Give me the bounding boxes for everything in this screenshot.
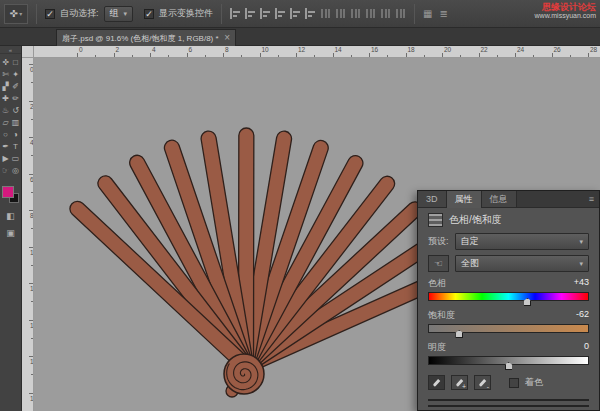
quick-selection-tool[interactable]: ✦ xyxy=(11,68,21,80)
tab-properties[interactable]: 属性 xyxy=(447,191,482,208)
pen-tool[interactable]: ✒ xyxy=(1,140,11,152)
document-tab[interactable]: 扇子.psd @ 91.6% (色相/饱和度 1, RGB/8) * × xyxy=(56,29,236,46)
vertical-ruler[interactable]: 024681012141618 xyxy=(22,58,34,411)
lasso-tool[interactable]: ✄ xyxy=(1,68,11,80)
properties-panel-body: 色相/饱和度 预设: 自定 ▾ ☜ 全图 ▾ 色相 xyxy=(418,208,599,410)
watermark-text: 思缘设计论坛 xyxy=(535,2,596,12)
align-vertical-centers-icon[interactable] xyxy=(245,8,256,19)
properties-panel: 3D 属性 信息 ≡ 色相/饱和度 预设: 自定 ▾ ☜ xyxy=(417,190,600,411)
crop-tool[interactable]: ▞ xyxy=(1,80,11,92)
saturation-value: -62 xyxy=(576,309,589,322)
ruler-tick: 10 xyxy=(29,247,33,248)
hue-spectrum-before xyxy=(428,399,589,401)
fan-blade xyxy=(239,153,365,370)
close-icon[interactable]: × xyxy=(224,33,230,43)
add-to-sample-eyedropper-icon[interactable] xyxy=(451,375,468,390)
align-horizontal-centers-icon[interactable] xyxy=(290,8,301,19)
history-brush-tool[interactable]: ↺ xyxy=(11,104,21,116)
move-tool[interactable]: ✜ xyxy=(1,56,11,68)
saturation-slider[interactable] xyxy=(428,324,589,333)
tool-preset-picker[interactable]: ✜ ▾ xyxy=(4,4,28,24)
gradient-tool[interactable]: ▥ xyxy=(11,116,21,128)
targeted-adjustment-button[interactable]: ☜ xyxy=(428,255,449,272)
saturation-slider-thumb[interactable] xyxy=(455,330,463,338)
tab-3d[interactable]: 3D xyxy=(418,191,447,207)
ruler-tick xyxy=(132,55,133,57)
distribute-right-edges-icon[interactable] xyxy=(395,8,406,19)
subtract-from-sample-eyedropper-icon[interactable] xyxy=(474,375,491,390)
hue-label: 色相 xyxy=(428,277,446,290)
preset-select[interactable]: 自定 ▾ xyxy=(455,233,589,250)
lightness-slider-thumb[interactable] xyxy=(505,362,513,370)
brush-tool[interactable]: ✏ xyxy=(11,92,21,104)
hue-slider-thumb[interactable] xyxy=(523,298,531,306)
tab-info[interactable]: 信息 xyxy=(482,191,517,207)
ruler-tick xyxy=(31,338,33,339)
shape-tool[interactable]: ▭ xyxy=(11,152,21,164)
distribute-horizontal-centers-icon[interactable] xyxy=(380,8,391,19)
dodge-tool[interactable]: ◑ xyxy=(11,128,21,140)
ruler-tick xyxy=(497,55,498,57)
auto-select-mode-dropdown[interactable]: 组 ▾ xyxy=(104,6,134,22)
tools-collapse-icon[interactable]: « xyxy=(0,46,21,54)
ruler-tick xyxy=(387,55,388,57)
fan-blade xyxy=(95,173,252,371)
ruler-tick: 16 xyxy=(369,53,370,57)
ruler-tick xyxy=(31,228,33,229)
workspace-options-icon[interactable]: ≣ xyxy=(439,8,447,19)
rectangular-marquee-tool[interactable]: □ xyxy=(11,56,21,68)
hue-spectrum-after xyxy=(428,405,589,407)
auto-align-layers-icon[interactable]: ▦ xyxy=(423,8,432,19)
quick-mask-icon[interactable]: ◧ xyxy=(6,211,15,221)
distribute-vertical-centers-icon[interactable] xyxy=(335,8,346,19)
align-top-edges-icon[interactable] xyxy=(230,8,241,19)
fan-blade xyxy=(239,128,254,366)
eyedropper-icon[interactable] xyxy=(428,375,445,390)
ruler-tick: 0 xyxy=(77,53,78,57)
distribute-top-edges-icon[interactable] xyxy=(320,8,331,19)
lightness-slider-block: 明度 0 xyxy=(428,341,589,373)
clone-stamp-tool[interactable]: ♨ xyxy=(1,104,11,116)
eyedropper-tool[interactable]: ✐ xyxy=(11,80,21,92)
screen-mode-icon[interactable]: ▣ xyxy=(6,228,15,238)
show-transform-checkbox[interactable] xyxy=(144,9,154,19)
type-tool[interactable]: T xyxy=(11,140,21,152)
align-left-edges-icon[interactable] xyxy=(275,8,286,19)
move-tool-icon: ✜ xyxy=(10,8,18,19)
hue-slider[interactable] xyxy=(428,292,589,301)
channel-select[interactable]: 全图 ▾ xyxy=(455,255,589,272)
horizontal-ruler[interactable]: 0246810121416182022242628 xyxy=(34,46,600,58)
zoom-tool[interactable]: ◎ xyxy=(11,164,21,176)
hand-tool[interactable]: ☞ xyxy=(1,164,11,176)
ruler-tick xyxy=(95,55,96,57)
ruler-tick xyxy=(31,119,33,120)
distribute-left-edges-icon[interactable] xyxy=(365,8,376,19)
chevron-down-icon: ▾ xyxy=(579,238,583,246)
ruler-origin-corner[interactable] xyxy=(22,46,34,58)
blur-tool[interactable]: ○ xyxy=(1,128,11,140)
path-selection-tool[interactable]: ▶ xyxy=(1,152,11,164)
ruler-tick xyxy=(168,55,169,57)
panel-menu-icon[interactable]: ≡ xyxy=(589,191,599,207)
hue-value: +43 xyxy=(574,277,589,290)
distribute-bottom-edges-icon[interactable] xyxy=(350,8,361,19)
show-transform-label: 显示变换控件 xyxy=(159,7,213,20)
lightness-slider[interactable] xyxy=(428,356,589,365)
align-right-edges-icon[interactable] xyxy=(305,8,316,19)
photoshop-window: ✜ ▾ 自动选择: 组 ▾ 显示变换控件 ▦≣ 思缘设计论坛 www.missy… xyxy=(0,0,600,411)
eraser-tool[interactable]: ▱ xyxy=(1,116,11,128)
fan-blade xyxy=(162,138,253,368)
healing-brush-tool[interactable]: ✚ xyxy=(1,92,11,104)
channel-value: 全图 xyxy=(461,257,479,270)
ruler-tick: 16 xyxy=(29,356,33,357)
align-bottom-edges-icon[interactable] xyxy=(260,8,271,19)
ruler-tick: 2 xyxy=(29,101,33,102)
panel-tab-strip: 3D 属性 信息 ≡ xyxy=(418,191,599,208)
color-swatches xyxy=(2,186,19,203)
document-tab-title: 扇子.psd @ 91.6% (色相/饱和度 1, RGB/8) * xyxy=(62,33,219,44)
colorize-checkbox[interactable] xyxy=(509,378,519,388)
auto-select-checkbox[interactable] xyxy=(45,9,55,19)
ruler-tick xyxy=(424,55,425,57)
options-extra-icons: ▦≣ xyxy=(423,8,448,19)
foreground-color-swatch[interactable] xyxy=(2,186,14,198)
